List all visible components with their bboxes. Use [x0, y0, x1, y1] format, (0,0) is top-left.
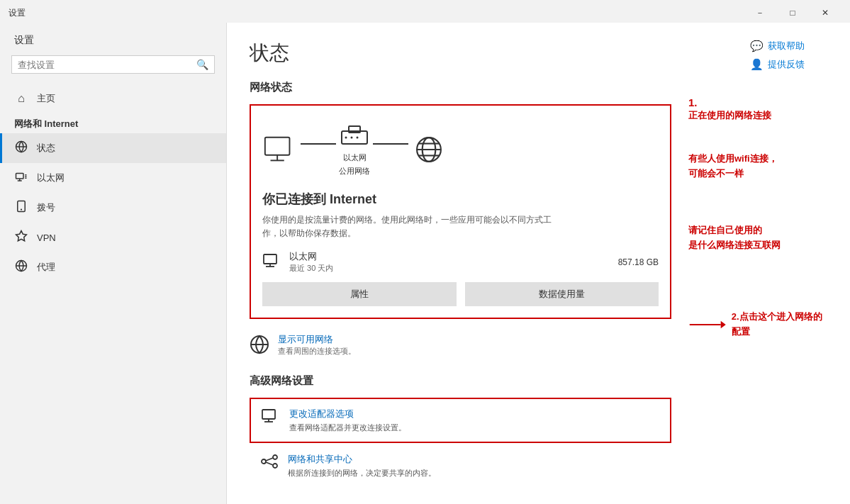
- sidebar-item-dial[interactable]: 拨号: [0, 193, 226, 223]
- minimize-button[interactable]: －: [744, 4, 776, 21]
- network-diagram: 以太网 公用网络: [262, 117, 659, 182]
- svg-rect-10: [265, 138, 290, 155]
- vpn-label: VPN: [37, 233, 56, 243]
- feedback-icon: 👤: [750, 58, 764, 71]
- proxy-icon: [14, 259, 28, 275]
- sharing-center-title: 网络和共享中心: [288, 453, 436, 466]
- svg-marker-36: [721, 321, 726, 329]
- adapter-options-title: 更改适配器选项: [289, 408, 406, 420]
- connected-desc: 你使用的是按流量计费的网络。使用此网络时，一些应用可能会以不同方式工作，以帮助你…: [262, 213, 567, 240]
- svg-rect-27: [262, 410, 275, 419]
- annotation-4: 2.点击这个进入网络的配置: [688, 310, 827, 340]
- annotations-panel: 1. 正在使用的网络连接 有些人使用wifi连接，可能会不一样 请记住自己使用的…: [671, 40, 827, 488]
- ethernet-label: 以太网: [37, 172, 65, 184]
- data-usage-button[interactable]: 数据使用量: [465, 282, 659, 306]
- status-label: 状态: [37, 142, 55, 155]
- net-line-2: [373, 143, 408, 145]
- sidebar-title: 设置: [0, 23, 226, 55]
- app-title: 设置: [9, 7, 26, 19]
- properties-button[interactable]: 属性: [262, 282, 457, 306]
- dial-label: 拨号: [37, 201, 55, 214]
- btn-row: 属性 数据使用量: [262, 282, 659, 306]
- adapter-options-sub: 查看网络适配器并更改连接设置。: [289, 422, 406, 433]
- svg-line-33: [266, 458, 273, 461]
- search-icon: 🔍: [196, 59, 208, 70]
- sharing-center-sub: 根据所连接到的网络，决定要共享的内容。: [288, 468, 436, 478]
- router-label1: 以太网: [343, 152, 367, 163]
- svg-rect-1: [16, 174, 24, 179]
- svg-point-32: [273, 464, 277, 468]
- app-body: 设置 🔍 ⌂ 主页 网络和 Internet 状态 以太网 拨号: [0, 23, 850, 504]
- ann3-text: 请记住自己使用的是什么网络连接互联网: [688, 223, 827, 253]
- window-controls: － □ ✕: [744, 4, 841, 21]
- sharing-center-icon: [259, 453, 279, 473]
- adapter-options-item[interactable]: 更改适配器选项 查看网络适配器并更改连接设置。: [250, 398, 671, 443]
- svg-point-31: [273, 455, 277, 459]
- computer-icon: [262, 134, 298, 165]
- adapter-options-content: 更改适配器选项 查看网络适配器并更改连接设置。: [289, 408, 406, 433]
- page-title: 状态: [250, 40, 671, 67]
- dial-icon: [14, 200, 28, 215]
- main-content: 💬 获取帮助 👤 提供反馈 状态 网络状态: [227, 23, 850, 504]
- show-networks-title: 显示可用网络: [278, 333, 356, 346]
- adapter-sub: 最近 30 天内: [289, 263, 333, 274]
- home-label: 主页: [37, 92, 55, 105]
- sidebar-section-label: 网络和 Internet: [0, 112, 226, 133]
- ann1-num: 1.: [688, 96, 827, 108]
- ann2-text: 有些人使用wifi连接，可能会不一样: [688, 152, 827, 181]
- annotation-3: 请记住自己使用的是什么网络连接互联网: [688, 223, 827, 253]
- network-status-box: 以太网 公用网络: [250, 104, 671, 319]
- main-inner: 💬 获取帮助 👤 提供反馈 状态 网络状态: [250, 40, 827, 488]
- show-networks[interactable]: 显示可用网络 查看周围的连接选项。: [250, 333, 671, 357]
- search-box[interactable]: 🔍: [11, 55, 215, 74]
- close-button[interactable]: ✕: [809, 4, 841, 21]
- adapter-options-icon: [261, 408, 281, 427]
- adapter-icon: [262, 252, 282, 272]
- ann1-text: 正在使用的网络连接: [688, 108, 827, 123]
- sidebar: 设置 🔍 ⌂ 主页 网络和 Internet 状态 以太网 拨号: [0, 23, 227, 504]
- show-networks-content: 显示可用网络 查看周围的连接选项。: [278, 333, 356, 357]
- main-left: 💬 获取帮助 👤 提供反馈 状态 网络状态: [250, 40, 671, 488]
- title-bar: 设置 － □ ✕: [0, 0, 850, 23]
- annotation-2: 有些人使用wifi连接，可能会不一样: [688, 152, 827, 181]
- sidebar-item-ethernet[interactable]: 以太网: [0, 163, 226, 193]
- help-icon: 💬: [750, 40, 764, 52]
- adapter-name: 以太网: [289, 250, 333, 263]
- adapter-data: 857.18 GB: [618, 257, 659, 267]
- status-icon: [14, 140, 28, 156]
- router-icon-group: 以太网 公用网络: [339, 123, 370, 177]
- sidebar-item-vpn[interactable]: VPN: [0, 223, 226, 252]
- sharing-center-content: 网络和共享中心 根据所连接到的网络，决定要共享的内容。: [288, 453, 436, 478]
- show-networks-sub: 查看周围的连接选项。: [278, 346, 356, 357]
- advanced-section-title: 高级网络设置: [250, 374, 671, 388]
- adapter-info: 以太网 最近 30 天内: [289, 250, 333, 274]
- ethernet-icon: [14, 170, 28, 186]
- proxy-label: 代理: [37, 261, 55, 274]
- annotation-1: 1. 正在使用的网络连接: [688, 96, 827, 123]
- search-input[interactable]: [18, 60, 196, 70]
- arrow-icon: [688, 316, 726, 333]
- svg-point-30: [262, 459, 266, 464]
- vpn-icon: [14, 230, 28, 245]
- feedback-link[interactable]: 👤 提供反馈: [750, 58, 805, 71]
- network-status-title: 网络状态: [250, 81, 671, 94]
- connected-title: 你已连接到 Internet: [262, 191, 659, 208]
- globe-icon: [411, 134, 447, 165]
- ann4-text: 2.点击这个进入网络的配置: [732, 310, 827, 340]
- networks-icon: [250, 335, 269, 357]
- adapter-row: 以太网 最近 30 天内 857.18 GB: [262, 250, 659, 274]
- router-label2: 公用网络: [339, 166, 370, 177]
- adapter-left: 以太网 最近 30 天内: [262, 250, 333, 274]
- help-area: 💬 获取帮助 👤 提供反馈: [750, 40, 805, 71]
- sidebar-item-status[interactable]: 状态: [0, 133, 226, 163]
- svg-line-34: [266, 462, 273, 465]
- net-line-1: [301, 143, 336, 145]
- sidebar-item-home[interactable]: ⌂ 主页: [0, 85, 226, 112]
- get-help-link[interactable]: 💬 获取帮助: [750, 40, 805, 52]
- home-icon: ⌂: [14, 92, 28, 105]
- svg-rect-23: [264, 254, 276, 264]
- sharing-center-item[interactable]: 网络和共享中心 根据所连接到的网络，决定要共享的内容。: [250, 444, 671, 487]
- sidebar-item-proxy[interactable]: 代理: [0, 252, 226, 282]
- maximize-button[interactable]: □: [776, 4, 809, 21]
